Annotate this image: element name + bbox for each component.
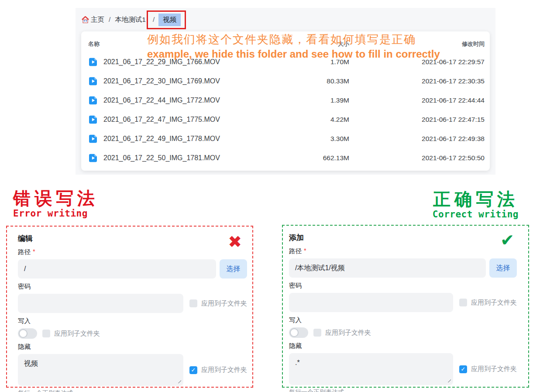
file-size: 4.22M bbox=[297, 116, 349, 124]
breadcrumb-current[interactable]: 视频 bbox=[158, 14, 181, 26]
annotation-red-frame: / 视频 bbox=[147, 10, 186, 29]
video-file-icon bbox=[88, 57, 98, 67]
file-size: 3.30M bbox=[297, 135, 349, 143]
file-name: 2021_06_17_22_30_IMG_1769.MOV bbox=[103, 77, 220, 85]
column-header-modified: 修改时间 bbox=[349, 40, 485, 48]
password-input[interactable] bbox=[18, 294, 183, 313]
table-row[interactable]: 2021_06_17_22_29_IMG_1766.MOV 1.70M 2021… bbox=[81, 52, 490, 72]
write-toggle[interactable] bbox=[18, 328, 37, 339]
hide-apply-subfolder-checkbox[interactable]: 应用到子文件夹 bbox=[459, 365, 517, 373]
form-title: 添加 bbox=[289, 233, 517, 243]
write-label: 写入 bbox=[289, 316, 517, 324]
file-modified: 2021-06-17 22:50:50 bbox=[349, 154, 485, 162]
hide-label: 隐藏 bbox=[18, 343, 247, 351]
path-label: 路径 * bbox=[289, 247, 517, 255]
write-label: 写入 bbox=[18, 317, 247, 325]
select-button[interactable]: 选择 bbox=[220, 259, 247, 279]
home-icon bbox=[82, 16, 89, 23]
path-input[interactable] bbox=[289, 258, 486, 278]
regex-hint: 每行一个正则表达式 bbox=[289, 389, 517, 392]
file-modified: 2021-06-17 22:30:35 bbox=[349, 77, 485, 85]
toggle-knob bbox=[290, 328, 299, 337]
file-table-card: 名称 大小 修改时间 2021_06_17_22_29_IMG_1766.MOV… bbox=[81, 31, 490, 171]
file-modified: 2021-06-17 22:44:44 bbox=[349, 96, 485, 104]
write-toggle[interactable] bbox=[289, 327, 308, 338]
column-header-name: 名称 bbox=[88, 40, 297, 48]
password-label: 密码 bbox=[18, 282, 247, 291]
table-row[interactable]: 2021_06_17_22_49_IMG_1778.MOV 3.30M 2021… bbox=[81, 129, 490, 148]
file-name: 2021_06_17_22_44_IMG_1772.MOV bbox=[103, 96, 220, 104]
password-label: 密码 bbox=[289, 282, 517, 290]
video-file-icon bbox=[88, 96, 98, 105]
write-apply-subfolder-checkbox[interactable]: 应用到子文件夹 bbox=[42, 330, 100, 338]
regex-hint: 每行一个正则表达式 bbox=[18, 389, 247, 392]
correct-form: 添加 ✔ 路径 * 选择 密码 应用到子文件夹 写入 应用到子文件夹 隐藏 .* bbox=[282, 225, 529, 388]
hide-textarea[interactable]: .* bbox=[289, 353, 453, 385]
table-row[interactable]: 2021_06_17_22_50_IMG_1781.MOV 662.13M 20… bbox=[81, 148, 490, 168]
table-row[interactable]: 2021_06_17_22_47_IMG_1775.MOV 4.22M 2021… bbox=[81, 110, 490, 129]
video-file-icon bbox=[88, 76, 98, 86]
file-modified: 2021-06-17 22:49:38 bbox=[349, 135, 485, 143]
form-title: 编辑 bbox=[18, 234, 247, 244]
breadcrumb-home-label: 主页 bbox=[91, 15, 104, 24]
path-input[interactable] bbox=[18, 259, 216, 279]
file-size: 80.33M bbox=[297, 77, 349, 85]
video-file-icon bbox=[88, 134, 98, 144]
file-name: 2021_06_17_22_47_IMG_1775.MOV bbox=[103, 116, 220, 124]
checkbox-icon[interactable] bbox=[313, 329, 321, 337]
success-check-icon: ✔ bbox=[500, 232, 514, 248]
hide-apply-subfolder-checkbox[interactable]: 应用到子文件夹 bbox=[189, 366, 247, 374]
file-name: 2021_06_17_22_29_IMG_1766.MOV bbox=[103, 58, 220, 66]
correct-heading-en: Correct writing bbox=[433, 209, 519, 220]
file-size: 1.70M bbox=[297, 58, 349, 66]
breadcrumb-parent[interactable]: 本地测试1 bbox=[115, 15, 146, 24]
correct-heading-zh: 正确写法 bbox=[433, 189, 519, 209]
video-file-icon bbox=[88, 153, 98, 163]
breadcrumb: 主页 / 本地测试1 / 视频 bbox=[76, 8, 495, 31]
required-asterisk: * bbox=[33, 248, 35, 256]
checkbox-icon[interactable] bbox=[189, 366, 197, 374]
required-asterisk: * bbox=[304, 247, 306, 255]
path-label: 路径 * bbox=[18, 248, 247, 256]
file-name: 2021_06_17_22_50_IMG_1781.MOV bbox=[103, 154, 220, 162]
table-row[interactable]: 2021_06_17_22_44_IMG_1772.MOV 1.39M 2021… bbox=[81, 91, 490, 110]
file-modified: 2021-06-17 22:47:15 bbox=[349, 116, 485, 124]
table-header-row: 名称 大小 修改时间 bbox=[81, 31, 490, 52]
checkbox-icon[interactable] bbox=[42, 330, 50, 337]
video-file-icon bbox=[88, 115, 98, 124]
checkbox-icon[interactable] bbox=[459, 365, 467, 373]
breadcrumb-home[interactable]: 主页 bbox=[82, 15, 104, 24]
error-form: 编辑 ✖ 路径 * 选择 密码 应用到子文件夹 写入 应用到子文件夹 隐藏 视频 bbox=[6, 226, 253, 388]
file-modified: 2021-06-17 22:29:57 bbox=[349, 58, 485, 66]
table-row[interactable]: 2021_06_17_22_30_IMG_1769.MOV 80.33M 202… bbox=[81, 72, 490, 91]
hide-label: 隐藏 bbox=[289, 342, 517, 350]
toggle-knob bbox=[19, 329, 28, 338]
select-button[interactable]: 选择 bbox=[489, 258, 517, 278]
file-size: 662.13M bbox=[297, 154, 349, 162]
error-heading-en: Error writing bbox=[13, 208, 99, 219]
checkbox-icon[interactable] bbox=[459, 299, 467, 306]
write-apply-subfolder-checkbox[interactable]: 应用到子文件夹 bbox=[313, 329, 371, 337]
error-heading-zh: 错误写法 bbox=[13, 189, 99, 208]
file-list: 2021_06_17_22_29_IMG_1766.MOV 1.70M 2021… bbox=[81, 52, 490, 168]
password-apply-subfolder-checkbox[interactable]: 应用到子文件夹 bbox=[459, 299, 517, 307]
breadcrumb-separator: / bbox=[153, 16, 155, 24]
checkbox-icon[interactable] bbox=[189, 299, 197, 307]
password-apply-subfolder-checkbox[interactable]: 应用到子文件夹 bbox=[189, 299, 247, 308]
password-input[interactable] bbox=[289, 293, 453, 312]
correct-heading: 正确写法 Correct writing bbox=[433, 189, 519, 220]
file-name: 2021_06_17_22_49_IMG_1778.MOV bbox=[103, 135, 220, 143]
breadcrumb-separator: / bbox=[109, 16, 110, 24]
error-x-icon: ✖ bbox=[228, 234, 242, 250]
file-size: 1.39M bbox=[297, 96, 349, 104]
error-heading: 错误写法 Error writing bbox=[13, 189, 99, 219]
hide-textarea[interactable]: 视频 bbox=[18, 354, 183, 386]
column-header-size: 大小 bbox=[297, 40, 349, 48]
file-browser-panel: 主页 / 本地测试1 / 视频 名称 大小 修改时间 2021_06_17_22… bbox=[76, 8, 495, 175]
